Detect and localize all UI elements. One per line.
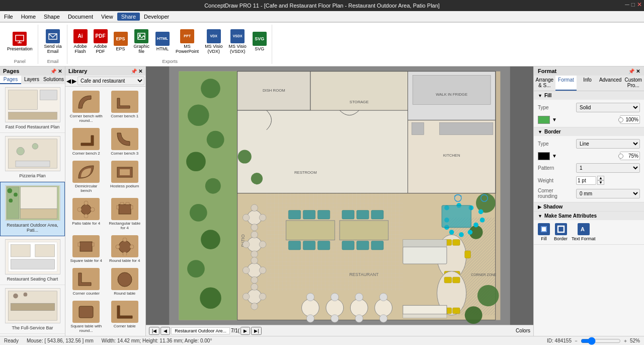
- ribbon-btn-adobe-pdf[interactable]: PDF AdobePDF: [92, 28, 110, 55]
- page-item-5[interactable]: The Full-Service Bar: [0, 285, 65, 334]
- library-nav-back[interactable]: ◀: [66, 78, 71, 85]
- svg-point-107: [251, 277, 258, 284]
- fill-color-swatch[interactable]: [538, 116, 550, 124]
- border-weight-up[interactable]: ▲: [597, 176, 604, 180]
- border-color-swatch[interactable]: [538, 152, 550, 160]
- tab-info[interactable]: Info: [577, 76, 598, 91]
- make-same-text-format[interactable]: A Text Format: [572, 223, 596, 241]
- border-corner-select[interactable]: 0 mm 1 mm 2 mm: [576, 189, 640, 198]
- lib-item-rect-table-4[interactable]: Rectangular table for 4: [106, 196, 144, 232]
- svg-point-83: [186, 152, 206, 171]
- library-close-icon[interactable]: ✕: [138, 68, 142, 74]
- svg-point-109: [259, 267, 266, 274]
- border-pattern-control: 1 2 3: [576, 163, 640, 173]
- floor-plan: DISH ROOM STORAGE WALK IN FRIDGE KITCHEN: [146, 66, 533, 325]
- tab-arrange[interactable]: Arrange & S...: [534, 76, 555, 91]
- close-btn[interactable]: ✕: [637, 1, 642, 8]
- maximize-btn[interactable]: □: [631, 1, 635, 8]
- border-color-dropdown[interactable]: ▼: [552, 153, 557, 159]
- lib-item-corner-table[interactable]: Corner table: [106, 299, 144, 335]
- tab-solutions[interactable]: Solutions: [42, 76, 65, 84]
- page-first-btn[interactable]: |◀: [149, 327, 159, 335]
- ribbon-btn-ms-visio-vsdx[interactable]: VSDX MS Visio(VSDX): [226, 28, 248, 55]
- svg-point-135: [350, 299, 368, 317]
- library-pin-icon[interactable]: 📌: [131, 68, 137, 74]
- ribbon-btn-svg[interactable]: SVG SVG: [251, 31, 269, 52]
- tab-pages[interactable]: Pages: [0, 76, 21, 84]
- svg-rect-17: [20, 209, 57, 219]
- format-pin-icon[interactable]: 📌: [628, 68, 634, 74]
- format-close-icon[interactable]: ✕: [636, 68, 640, 74]
- page-prev-btn[interactable]: ◀: [160, 327, 170, 335]
- page-item-3[interactable]: Restaurant Outdoor Area, Pati...: [0, 182, 65, 236]
- menu-view[interactable]: View: [97, 13, 117, 21]
- page-thumb-3: [5, 185, 60, 221]
- ribbon-btn-ms-visio-vdx[interactable]: VDX MS Visio(VDX): [203, 28, 224, 55]
- minimize-btn[interactable]: ─: [625, 1, 629, 8]
- border-pattern-select[interactable]: 1 2 3: [576, 163, 640, 173]
- tab-layers[interactable]: Layers: [21, 76, 42, 84]
- menu-developer[interactable]: Developer: [140, 13, 173, 21]
- lib-item-demicircular-bench[interactable]: Demicircular bench: [67, 159, 105, 195]
- ribbon-btn-ms-ppt[interactable]: PPT MSPowerPoint: [174, 28, 201, 55]
- zoom-out-btn[interactable]: －: [574, 337, 579, 344]
- tab-custom[interactable]: Custom Pro...: [622, 76, 644, 91]
- lib-item-square-table-4[interactable]: Square table for 4: [67, 233, 105, 265]
- border-weight-control: ▲ ▼: [576, 176, 604, 185]
- svg-point-133: [331, 293, 339, 301]
- ribbon-btn-adobe-flash[interactable]: Ai AdobeFlash: [71, 28, 90, 55]
- menu-share[interactable]: Share: [117, 13, 140, 21]
- lib-item-square-table-round[interactable]: Square table with round...: [67, 299, 105, 335]
- ribbon-btn-send-email[interactable]: Send viaEmail: [42, 28, 64, 55]
- menu-home[interactable]: Home: [17, 13, 40, 21]
- fill-color-dropdown[interactable]: ▼: [552, 117, 557, 122]
- svg-rect-167: [403, 247, 447, 264]
- border-section-header[interactable]: ▼ Border: [534, 127, 644, 136]
- lib-item-round-table-4[interactable]: Round table for 4: [106, 233, 144, 265]
- border-weight-input[interactable]: [576, 176, 596, 185]
- svg-point-80: [201, 79, 220, 98]
- ribbon-btn-presentation[interactable]: Presentation: [5, 31, 35, 52]
- page-next-btn[interactable]: ▶: [240, 327, 250, 335]
- lib-item-round-table[interactable]: Round table: [106, 266, 144, 298]
- tab-advanced[interactable]: Advanced: [598, 76, 622, 91]
- ribbon-btn-html[interactable]: HTML HTML: [153, 31, 172, 52]
- pages-pin-icon[interactable]: 📌: [50, 68, 56, 74]
- page-name-tag: Restaurant Outdoor Are...: [171, 327, 230, 334]
- lib-thumb-demicircular-bench: [72, 161, 100, 183]
- page-item-1[interactable]: Fast Food Restaurant Plan: [0, 84, 65, 133]
- fill-type-select[interactable]: Solid None Gradient: [576, 103, 640, 112]
- shadow-section-header[interactable]: ▶ Shadow: [534, 202, 644, 211]
- library-category-select[interactable]: Cafe and restaurant Restaurant Outdoor: [77, 77, 144, 85]
- lib-item-patio-table-4[interactable]: Patio table for 4: [67, 196, 105, 232]
- page-last-btn[interactable]: ▶|: [251, 327, 262, 335]
- page-item-4[interactable]: Restaurant Seating Chart: [0, 236, 65, 285]
- menu-file[interactable]: File: [0, 13, 17, 21]
- library-nav-forward[interactable]: ▶: [72, 78, 76, 85]
- ribbon-btn-graphic[interactable]: Graphicfile: [132, 28, 152, 55]
- page-item-2[interactable]: Pizzeria Plan: [0, 133, 65, 182]
- canvas-container[interactable]: DISH ROOM STORAGE WALK IN FRIDGE KITCHEN: [146, 66, 533, 325]
- border-weight-down[interactable]: ▼: [597, 180, 604, 185]
- lib-item-corner-bench-round[interactable]: Corner bench with round...: [67, 89, 105, 125]
- border-type-select[interactable]: Line None Dashed: [576, 139, 640, 149]
- tab-format[interactable]: Format: [555, 76, 577, 91]
- make-same-border[interactable]: Border: [554, 223, 568, 241]
- menu-document[interactable]: Document: [64, 13, 97, 21]
- canvas-area: DISH ROOM STORAGE WALK IN FRIDGE KITCHEN: [146, 66, 533, 336]
- zoom-in-btn[interactable]: ＋: [623, 337, 628, 344]
- make-same-fill[interactable]: Fill: [538, 223, 550, 241]
- fill-section-header[interactable]: ▼ Fill: [534, 91, 644, 100]
- lib-item-corner-counter[interactable]: Corner counter: [67, 266, 105, 298]
- ribbon-btn-eps[interactable]: EPS EPS: [112, 31, 130, 52]
- zoom-slider[interactable]: [581, 337, 621, 345]
- lib-item-hostess-podium[interactable]: Hostess podium: [106, 159, 144, 195]
- lib-item-corner-bench-1[interactable]: Corner bench 1: [106, 89, 144, 125]
- menu-shape[interactable]: Shape: [40, 13, 64, 21]
- lib-item-corner-bench-2[interactable]: Corner bench 2: [67, 126, 105, 158]
- lib-thumb-corner-bench-3: [111, 128, 138, 150]
- page-thumb-1: [5, 87, 60, 122]
- lib-item-corner-bench-3[interactable]: Corner bench 3: [106, 126, 144, 158]
- pages-close-icon[interactable]: ✕: [58, 68, 62, 74]
- make-same-section-header[interactable]: ▼ Make Same Attributes: [534, 212, 644, 220]
